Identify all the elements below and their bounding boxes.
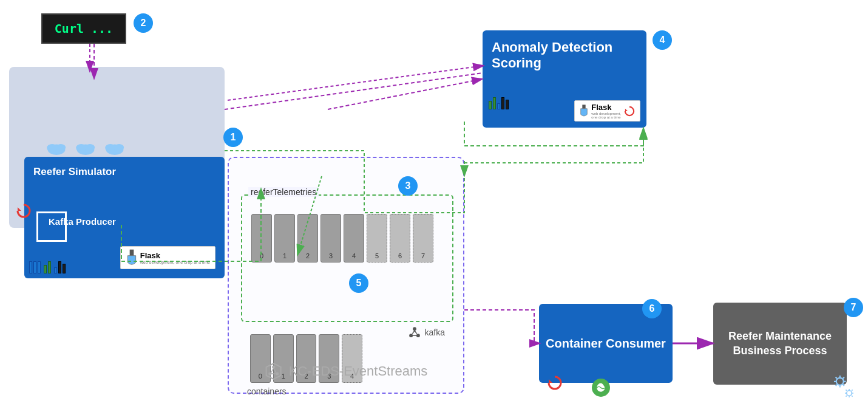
partition-7: 7 [413,214,433,263]
sync-icon-left [15,202,32,222]
svg-marker-26 [549,379,552,383]
svg-point-5 [85,144,95,151]
container-consumer-text: Container Consumer [546,337,666,351]
partition-1: 1 [274,214,295,263]
svg-line-14 [412,331,415,334]
kafka-icon [408,326,421,339]
svg-point-2 [56,144,66,151]
kafka-bars-anomaly [489,97,509,109]
flask-logo-anomaly: Flask web development,one drop at a time [574,100,640,122]
kc-eds-box: reeferTelemetries 0 1 2 3 4 5 6 7 0 1 2 … [228,157,464,394]
flask-logo-inner: Flask web development, one drop at a tim… [120,246,215,269]
partition-row-top: 0 1 2 3 4 5 6 7 [251,214,452,263]
kafka-bar-dark-1 [58,261,61,273]
partition-4: 4 [344,214,364,263]
sync-icon-consumer [546,374,563,394]
anomaly-title: Anomaly Detection Scoring [492,39,637,72]
partition-0: 0 [251,214,272,263]
svg-line-15 [415,331,417,334]
cloud-icon-3 [104,140,126,156]
kc-eds-label: KC-EDS-EventStreams [265,362,428,380]
anomaly-detection-box: Anomaly Detection Scoring Flask web deve… [483,30,646,128]
reefer-simulator-inner: Reefer Simulator Kafka Producer Flask we… [24,157,225,278]
partition-6: 6 [390,214,410,263]
flask-sub-anomaly: web development,one drop at a time [591,112,621,119]
kafka-label: kafka [425,328,445,337]
flask-text-anomaly: Flask [591,103,621,112]
kafka-producer-label: Kafka Producer [49,216,116,227]
reefer-simulator-outer: Reefer Simulator Kafka Producer Flask we… [9,67,225,228]
containers-label: containers [247,386,362,396]
svg-line-30 [225,73,483,109]
kafka-bar-blue-2 [33,261,36,273]
svg-point-12 [409,334,413,337]
svg-point-20 [276,373,279,376]
svg-line-21 [271,368,274,373]
cloud-icon-1 [46,140,67,156]
svg-point-1 [47,144,57,152]
badge-2: 2 [134,13,153,33]
kafka-bar-green-2 [48,261,51,273]
flask-text: Flask [140,251,210,260]
svg-point-7 [105,144,115,152]
diagram-container: Curl ... Reefer Simulator Kafka Producer… [0,0,868,412]
svg-rect-24 [583,105,586,108]
curl-label: Curl ... [55,21,113,36]
cloud-row [46,140,126,156]
sync-icon-anomaly [623,105,636,117]
badge-1: 1 [223,128,243,147]
partition-5: 5 [367,214,387,263]
kafka-logo: kafka [408,326,445,339]
badge-3: 3 [398,176,418,196]
svg-point-18 [272,366,275,369]
partition-3: 3 [320,214,341,263]
kafka-bar-dark-2 [63,264,66,273]
kc-eds-icon [265,362,283,380]
svg-point-19 [268,373,271,376]
kafka-bar-blue-1 [29,261,32,273]
flask-icon-anomaly [579,105,589,118]
kafka-bar-green-1 [44,265,47,273]
flask-subtitle: web development, one drop at a time [140,260,210,264]
partition-2: 2 [297,214,318,263]
reefer-maintenance-text: Reefer Maintenance Business Process [713,329,847,358]
svg-point-4 [76,144,86,152]
kafka-bar-blue-4 [54,267,57,273]
svg-line-22 [274,368,276,373]
svg-marker-25 [625,108,628,111]
svg-rect-9 [129,250,134,256]
kafka-bars-inner [29,261,66,273]
cloud-icon-2 [75,140,97,156]
gear-icons [829,370,856,400]
reefer-maintenance-box: Reefer Maintenance Business Process [713,303,847,385]
svg-line-31 [328,79,483,109]
spring-icon [592,379,610,397]
flask-icon-inner [126,249,138,266]
badge-7: 7 [844,298,863,317]
svg-point-8 [114,144,124,151]
svg-point-13 [416,334,419,337]
svg-point-11 [413,327,416,331]
reefer-sim-title: Reefer Simulator [33,166,219,178]
reefer-telemetries-box: reeferTelemetries 0 1 2 3 4 5 6 7 [241,194,453,322]
svg-line-38 [228,66,484,100]
kafka-bar-blue-3 [38,261,41,273]
svg-point-28 [847,391,852,396]
svg-marker-10 [18,207,21,211]
badge-6: 6 [642,299,662,318]
gear-icon-small [839,383,859,403]
reefer-telemetries-label: reeferTelemetries [248,187,319,197]
badge-4: 4 [653,30,672,50]
kc-eds-text: KC-EDS-EventStreams [289,363,428,379]
curl-box: Curl ... [41,13,126,44]
badge-5: 5 [349,273,368,293]
